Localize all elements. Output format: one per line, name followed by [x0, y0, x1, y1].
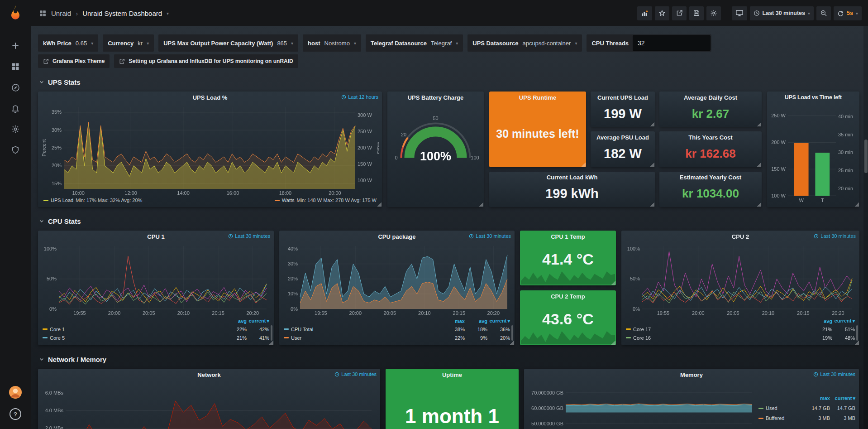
link-ups-monitoring-guide[interactable]: Setting up Grafana and InfluxDB for UPS …: [114, 54, 298, 68]
time-range-picker[interactable]: Last 30 minutes ▾: [750, 6, 814, 20]
add-icon[interactable]: [5, 35, 26, 56]
legend-row: Core 1619%48%: [626, 333, 855, 342]
resize-handle[interactable]: [757, 162, 761, 167]
battery-gauge[interactable]: [391, 103, 481, 201]
resize-handle[interactable]: [269, 340, 273, 345]
alerting-bell-icon[interactable]: [5, 98, 26, 119]
clock-icon: [469, 234, 474, 239]
external-link-icon: [43, 58, 49, 64]
panel-title[interactable]: Current Load kWh: [489, 172, 655, 183]
cpu-threads-input[interactable]: [633, 35, 711, 51]
cpu-package-chart[interactable]: [282, 242, 512, 316]
resize-handle[interactable]: [650, 122, 654, 126]
panel-cpu2: CPU 2 Last 30 minutes avgcurrent Core 17…: [621, 231, 859, 345]
row-header-network-memory[interactable]: Network / Memory: [39, 354, 862, 364]
refresh-button[interactable]: 5s ▾: [834, 6, 862, 20]
topbar-actions: Last 30 minutes ▾ 5s ▾: [637, 6, 862, 20]
star-button[interactable]: [655, 6, 669, 20]
panel-title[interactable]: CPU 1 Temp: [520, 231, 616, 242]
stat-value: 30 minutes left!: [489, 102, 586, 165]
panel-average-daily-cost: Average Daily Cost kr 2.67: [659, 92, 762, 127]
resize-handle[interactable]: [854, 202, 859, 207]
panel-title[interactable]: UPS Load vs Time left: [767, 92, 859, 103]
resize-handle[interactable]: [650, 162, 654, 167]
server-admin-shield-icon[interactable]: [5, 140, 26, 160]
chevron-down-icon[interactable]: ▾: [167, 11, 169, 16]
chart-legend: avgcurrent Core 122%42% Core 521%41%: [38, 316, 274, 342]
panel-title[interactable]: Network: [38, 369, 380, 381]
settings-gear-button[interactable]: [706, 6, 721, 20]
ups-load-time-bar-chart[interactable]: [770, 103, 857, 204]
panel-title[interactable]: Uptime: [386, 369, 519, 381]
panel-title[interactable]: Average PSU Load: [591, 131, 655, 143]
panel-title[interactable]: Estimated Yearly Cost: [659, 172, 762, 183]
resize-handle[interactable]: [377, 202, 382, 207]
panel-title[interactable]: Current UPS Load: [591, 92, 655, 103]
chevron-down-icon: [39, 79, 44, 85]
legend-row: Core 1721%51%: [626, 325, 855, 333]
link-grafana-plex-theme[interactable]: Grafana Plex Theme: [38, 54, 110, 68]
stat-value: 199 kWh: [489, 183, 655, 205]
panel-time-override[interactable]: Last 12 hours: [341, 94, 378, 100]
help-icon[interactable]: ?: [10, 408, 21, 420]
dashboard-title[interactable]: Unraid System Dashboard: [82, 10, 162, 17]
legend-scrollbar[interactable]: [271, 325, 272, 341]
row-header-ups-stats[interactable]: UPS Stats: [39, 77, 862, 87]
user-avatar[interactable]: [9, 386, 22, 401]
panel-title[interactable]: CPU 2 Temp: [520, 290, 616, 302]
grafana-logo-icon[interactable]: [7, 5, 24, 23]
resize-handle[interactable]: [650, 202, 654, 207]
stat-value: kr 162.68: [659, 142, 762, 165]
dashboard-content: kWh Price 0.65 ▾ Currency kr ▾ UPS Max O…: [31, 26, 868, 429]
panel-title[interactable]: Average Daily Cost: [659, 92, 762, 103]
variable-ups-max-watt[interactable]: UPS Max Output Power Capacity (Watt) 865…: [158, 34, 298, 52]
tv-mode-button[interactable]: [732, 6, 747, 20]
panel-time-override[interactable]: Last 30 minutes: [228, 233, 270, 239]
variable-ups-datasource[interactable]: UPS Datasource apcupsd-container ▾: [467, 34, 582, 52]
panel-title[interactable]: This Years Cost: [659, 131, 762, 143]
save-button[interactable]: [689, 6, 704, 20]
breadcrumb-folder[interactable]: Unraid: [51, 10, 71, 17]
resize-handle[interactable]: [581, 162, 586, 167]
legend-scrollbar[interactable]: [856, 325, 858, 341]
cpu2-chart[interactable]: [624, 242, 857, 316]
resize-handle[interactable]: [479, 202, 483, 207]
variable-kwh-price[interactable]: kWh Price 0.65 ▾: [38, 34, 98, 52]
resize-handle[interactable]: [757, 202, 761, 207]
explore-compass-icon[interactable]: [5, 77, 26, 98]
legend-row: Core 521%41%: [43, 333, 269, 342]
panel-row-network-memory: Network Last 30 minutes Uptime 1 month 1…: [38, 369, 862, 429]
add-panel-button[interactable]: [637, 6, 652, 20]
temp-panels: CPU 1 Temp 41.4 °C CPU 2 Temp 43.6 °C: [520, 231, 616, 345]
resize-handle[interactable]: [611, 280, 615, 285]
resize-handle[interactable]: [757, 122, 761, 126]
resize-handle[interactable]: [510, 340, 514, 345]
cpu1-chart[interactable]: [41, 242, 271, 316]
panel-time-override[interactable]: Last 30 minutes: [814, 233, 856, 239]
panel-time-override[interactable]: Last 30 minutes: [813, 371, 855, 377]
memory-chart[interactable]: [527, 381, 756, 429]
panel-title[interactable]: UPS Load %: [38, 92, 382, 103]
row-header-cpu-stats[interactable]: CPU Stats: [39, 216, 862, 226]
panel-title[interactable]: Memory: [524, 369, 859, 381]
variable-telegraf-datasource[interactable]: Telegraf Datasource Telegraf ▾: [366, 34, 463, 52]
panel-current-ups-load: Current UPS Load 199 W: [591, 92, 655, 127]
variable-currency[interactable]: Currency kr ▾: [103, 34, 154, 52]
dashboards-icon[interactable]: [5, 56, 26, 77]
panel-time-override[interactable]: Last 30 minutes: [469, 233, 511, 239]
scrollbar-thumb[interactable]: [864, 140, 868, 173]
resize-handle[interactable]: [854, 340, 859, 345]
panel-title[interactable]: UPS Battery Charge: [387, 92, 484, 103]
panel-time-override[interactable]: Last 30 minutes: [334, 371, 377, 377]
network-chart[interactable]: [41, 381, 377, 429]
ups-load-chart[interactable]: [41, 103, 379, 196]
zoom-out-button[interactable]: [816, 6, 831, 20]
share-button[interactable]: [672, 6, 687, 20]
panel-this-years-cost: This Years Cost kr 162.68: [659, 131, 762, 167]
panel-title[interactable]: UPS Runtime: [489, 92, 586, 103]
configuration-gear-icon[interactable]: [5, 119, 26, 140]
legend-scrollbar[interactable]: [511, 325, 513, 341]
cpu1-temp-sparkline: [521, 269, 615, 284]
variable-host[interactable]: host Nostromo ▾: [303, 34, 361, 52]
resize-handle[interactable]: [611, 340, 615, 345]
